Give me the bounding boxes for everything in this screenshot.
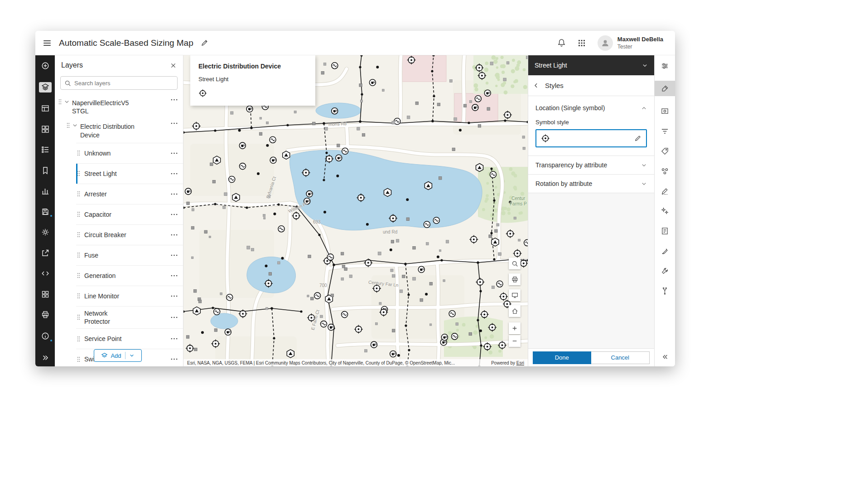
layer-options-icon[interactable]: [171, 99, 178, 101]
edit-symbol-pencil-icon[interactable]: [634, 135, 641, 142]
group-layer-row[interactable]: Electric Distribution Device: [55, 119, 183, 142]
chevron-down-icon[interactable]: [64, 99, 70, 105]
drag-handle-icon[interactable]: [58, 99, 62, 105]
filter-icon[interactable]: [655, 126, 675, 136]
developer-code-icon[interactable]: [39, 269, 52, 278]
style-layer-header[interactable]: Street Light: [528, 55, 654, 75]
edit-note-icon[interactable]: [655, 226, 675, 236]
cancel-button[interactable]: Cancel: [591, 351, 650, 364]
item-options-icon[interactable]: [171, 254, 178, 256]
map-view[interactable]: mons Rd Sylvania Ct William Pl 693 und R…: [183, 55, 528, 366]
layer-options-icon[interactable]: [171, 122, 178, 124]
layer-item-generation[interactable]: Generation: [76, 265, 183, 286]
item-options-icon[interactable]: [171, 214, 178, 215]
transparency-section-header[interactable]: Transparency by attribute: [528, 156, 654, 174]
menu-icon[interactable]: [43, 39, 52, 48]
drag-handle-icon[interactable]: [77, 191, 80, 197]
layer-item-street-light[interactable]: Street Light: [76, 163, 183, 184]
drag-handle-icon[interactable]: [67, 122, 70, 128]
edit-title-pencil-icon[interactable]: [201, 39, 208, 47]
smart-mapping-icon[interactable]: [655, 186, 675, 196]
drag-handle-icon[interactable]: [77, 252, 80, 258]
add-layer-icon[interactable]: [39, 61, 52, 70]
zoom-in-icon[interactable]: [509, 322, 521, 334]
esri-link[interactable]: Esri: [516, 360, 524, 365]
drag-handle-icon[interactable]: [77, 314, 80, 320]
item-options-icon[interactable]: [171, 173, 178, 175]
drag-handle-icon[interactable]: [77, 293, 80, 299]
styles-icon[interactable]: [655, 81, 675, 96]
search-layers-input[interactable]: [74, 80, 174, 87]
item-options-icon[interactable]: [171, 317, 178, 318]
expand-rail-icon[interactable]: [39, 353, 52, 363]
layer-item-unknown[interactable]: Unknown: [76, 143, 183, 163]
close-layers-icon[interactable]: [170, 62, 177, 69]
map-presentation-icon[interactable]: [509, 289, 521, 301]
item-options-icon[interactable]: [171, 358, 178, 360]
layer-item-network-protector[interactable]: Network Protector: [76, 306, 183, 328]
apps-icon[interactable]: [39, 290, 52, 299]
basemap-icon[interactable]: [39, 125, 52, 134]
item-options-icon[interactable]: [171, 152, 178, 154]
location-section-header[interactable]: Location (Single symbol): [528, 96, 654, 117]
bookmarks-icon[interactable]: [39, 166, 52, 175]
drag-handle-icon[interactable]: [77, 211, 80, 217]
collapse-panel-icon[interactable]: [655, 352, 675, 362]
user-menu[interactable]: Maxwell DeBella Tester: [598, 35, 663, 51]
done-button[interactable]: Done: [533, 351, 591, 364]
layers-icon[interactable]: [39, 82, 52, 93]
drag-handle-icon[interactable]: [77, 356, 80, 362]
configure-wrench-icon[interactable]: [655, 266, 675, 276]
drag-handle-icon[interactable]: [77, 170, 80, 176]
add-layer-button[interactable]: Add: [94, 349, 142, 362]
symbol-style-picker[interactable]: [535, 129, 647, 147]
effects-brush-icon[interactable]: [655, 246, 675, 256]
layer-item-arrester[interactable]: Arrester: [76, 184, 183, 204]
chevron-down-icon[interactable]: [72, 122, 78, 128]
layer-item-fuse[interactable]: Fuse: [76, 245, 183, 265]
layer-search[interactable]: [60, 76, 178, 90]
layer-item-capacitor[interactable]: Capacitor: [76, 204, 183, 224]
tables-icon[interactable]: [39, 104, 52, 113]
print-icon[interactable]: [39, 311, 52, 320]
info-icon[interactable]: [39, 331, 52, 341]
rotation-section-header[interactable]: Rotation by attribute: [528, 174, 654, 193]
layer-style-preview-popup: Electric Distribution Device Street Ligh…: [190, 55, 315, 106]
chevron-down-icon: [129, 353, 135, 358]
share-icon[interactable]: [39, 248, 52, 258]
item-options-icon[interactable]: [171, 295, 178, 297]
trace-branch-icon[interactable]: [655, 286, 675, 296]
map-settings-gear-icon[interactable]: [39, 228, 52, 237]
save-icon[interactable]: [39, 207, 52, 216]
root-layer-row[interactable]: NapervilleElectricV5 STGL: [55, 95, 183, 119]
styles-back-icon[interactable]: [533, 82, 540, 89]
app-launcher-grid-icon[interactable]: [578, 39, 586, 47]
layer-item-circuit-breaker[interactable]: Circuit Breaker: [76, 224, 183, 245]
legend-icon[interactable]: [39, 146, 52, 155]
layer-item-label: Capacitor: [84, 210, 134, 219]
drag-handle-icon[interactable]: [77, 336, 80, 342]
map-home-icon[interactable]: [509, 305, 521, 317]
layer-item-service-point[interactable]: Service Point: [76, 328, 183, 349]
labels-icon[interactable]: [655, 146, 675, 156]
aggregation-icon[interactable]: [655, 166, 675, 176]
sketch-icon[interactable]: [655, 206, 675, 216]
map-print-icon[interactable]: [509, 273, 521, 285]
zoom-out-icon[interactable]: [509, 335, 521, 347]
notifications-bell-icon[interactable]: [557, 39, 566, 47]
drag-handle-icon[interactable]: [77, 150, 80, 156]
item-options-icon[interactable]: [171, 275, 178, 277]
item-options-icon[interactable]: [171, 338, 178, 340]
drag-handle-icon[interactable]: [77, 232, 80, 238]
attribution-text: Esri, NASA, NGA, USGS, FEMA | Esri Commu…: [187, 360, 455, 365]
layer-item-label: Street Light: [84, 170, 134, 178]
charts-icon[interactable]: [39, 187, 52, 196]
properties-sliders-icon[interactable]: [655, 61, 675, 71]
item-options-icon[interactable]: [171, 193, 178, 195]
drag-handle-icon[interactable]: [77, 273, 80, 278]
pop-ups-icon[interactable]: [655, 106, 675, 116]
layer-item-label: Line Monitor: [84, 292, 134, 300]
map-search-icon[interactable]: [509, 258, 521, 269]
layer-item-line-monitor[interactable]: Line Monitor: [76, 286, 183, 306]
item-options-icon[interactable]: [171, 234, 178, 236]
